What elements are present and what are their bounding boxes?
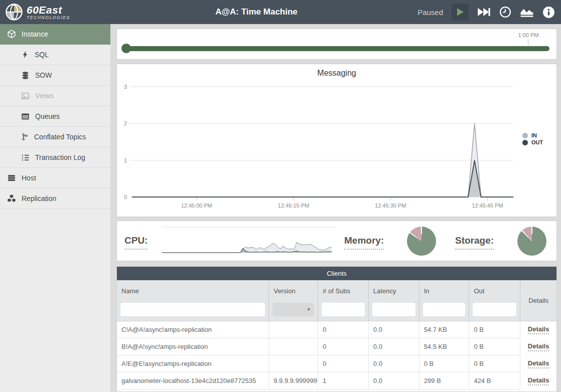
client-name-cell: C!A@A!async!amps-replication: [117, 321, 269, 338]
playback-status: Paused: [417, 8, 443, 17]
sidebar-item-conflated-topics[interactable]: Conflated Topics: [0, 127, 110, 147]
brand-name: 60East: [27, 5, 70, 15]
client-subs-cell: 0: [318, 355, 369, 372]
details-link[interactable]: Details: [528, 359, 549, 368]
sidebar-item-queues[interactable]: Queues: [0, 106, 110, 127]
client-out-cell: 0 B: [469, 338, 520, 355]
info-button[interactable]: [542, 6, 555, 19]
svg-text:0: 0: [124, 194, 127, 200]
out-filter-input[interactable]: [473, 303, 516, 316]
sidebar-item-instance[interactable]: Instance: [0, 24, 110, 45]
timeline-tick-mark: [528, 40, 528, 46]
client-latency-cell: 0.0: [369, 321, 419, 338]
client-latency-cell: 0.0: [369, 372, 419, 389]
in-series-dot: [522, 133, 528, 138]
sidebar-item-label: Replication: [22, 194, 56, 203]
timeline-slider-handle[interactable]: [121, 44, 131, 53]
sidebar-item-sow[interactable]: SOW: [0, 65, 110, 86]
sidebar-item-transaction-log[interactable]: Transaction Log: [0, 147, 110, 168]
client-version-cell: [269, 321, 318, 338]
svg-text:1: 1: [124, 157, 127, 163]
column-header-version[interactable]: Version: [269, 280, 318, 301]
sidebar-nav: Instance SQL SOW Views Queues Conflated …: [0, 24, 110, 392]
sidebar-item-label: Views: [35, 92, 54, 100]
details-link[interactable]: Details: [528, 325, 549, 334]
client-details-cell: Details: [520, 338, 556, 355]
client-name-cell: B!A@A!sync!amps-replication: [117, 338, 269, 355]
skip-to-end-button[interactable]: [477, 7, 491, 17]
client-subs-cell: 0: [318, 321, 369, 338]
chevron-down-icon: ▼: [307, 307, 311, 312]
in-filter-input[interactable]: [423, 303, 466, 316]
version-filter-select[interactable]: ▼: [272, 303, 314, 316]
details-link[interactable]: Details: [528, 342, 549, 351]
timeline-time-label: 1:00 PM: [513, 32, 543, 38]
sidebar-item-host[interactable]: Host: [0, 168, 110, 188]
image-icon: [21, 92, 30, 100]
branch-icon: [21, 133, 29, 141]
table-icon: [21, 112, 30, 121]
subs-filter-input[interactable]: [322, 303, 365, 316]
charts-button[interactable]: [520, 7, 534, 18]
legend-entry-in: IN: [522, 132, 543, 139]
client-out-cell: 0 B: [469, 321, 520, 338]
page-title: A@A: Time Machine: [102, 7, 410, 17]
svg-text:12:45:00 PM: 12:45:00 PM: [181, 203, 212, 209]
sidebar-item-label: Instance: [22, 30, 48, 38]
client-subs-cell: 1: [318, 372, 369, 389]
memory-label: Memory:: [344, 235, 384, 250]
svg-text:12:45:45 PM: 12:45:45 PM: [472, 203, 503, 209]
bolt-icon: [21, 51, 29, 59]
messaging-legend: IN OUT: [522, 132, 543, 146]
column-header-subs[interactable]: # of Subs: [318, 280, 368, 301]
sidebar-item-label: Queues: [35, 112, 60, 120]
client-name-cell: A!E@E!async!amps-replication: [117, 355, 269, 372]
svg-text:3: 3: [124, 84, 127, 90]
top-bar: 60East TECHNOLOGIES A@A: Time Machine Pa…: [0, 0, 561, 24]
sidebar-item-replication[interactable]: Replication: [0, 188, 110, 209]
storage-pie-chart: [517, 227, 546, 256]
area-chart-icon: [520, 7, 534, 18]
client-details-cell: Details: [520, 355, 556, 372]
table-row: C!A@A!async!amps-replication 0 0.0 54.7 …: [117, 321, 556, 338]
column-header-out[interactable]: Out: [469, 280, 520, 301]
clock-icon: [499, 6, 511, 18]
sidebar-item-label: Transaction Log: [35, 153, 85, 161]
column-header-details: Details: [520, 280, 556, 321]
resources-panel: CPU: Memory: Storage:: [116, 221, 557, 261]
cube-icon: [7, 30, 16, 39]
cubes-icon: [7, 194, 16, 203]
name-filter-input[interactable]: [120, 303, 265, 316]
table-row: galvanometer-localhost-13e4c2d120e877253…: [117, 372, 556, 389]
sidebar-item-sql[interactable]: SQL: [0, 45, 110, 65]
column-header-in[interactable]: In: [419, 280, 469, 301]
storage-label: Storage:: [455, 235, 494, 250]
table-row: A!E@E!async!amps-replication 0 0.0 0 B 0…: [117, 355, 556, 372]
sidebar-item-views: Views: [0, 86, 110, 106]
clients-panel: Clients Name Version ▼ # of Subs Latency: [116, 266, 557, 392]
playback-controls: Paused: [410, 4, 561, 21]
column-header-name[interactable]: Name: [117, 280, 268, 301]
timeline-slider[interactable]: [124, 46, 549, 51]
sidebar-item-label: SOW: [35, 71, 52, 79]
client-latency-cell: 0.0: [369, 355, 419, 372]
client-in-cell: 299 B: [419, 372, 470, 389]
client-version-cell: 9.9.9.9.999999: [269, 372, 318, 389]
clients-table-title: Clients: [117, 267, 556, 280]
legend-label: IN: [531, 132, 537, 138]
svg-text:12:45:30 PM: 12:45:30 PM: [375, 203, 406, 209]
out-series-dot: [522, 140, 528, 145]
play-icon: [455, 7, 465, 17]
database-icon: [21, 71, 30, 80]
client-out-cell: 424 B: [469, 372, 520, 389]
legend-label: OUT: [531, 139, 543, 145]
play-button[interactable]: [452, 4, 469, 21]
latency-filter-input[interactable]: [372, 303, 415, 316]
time-machine-button[interactable]: [499, 6, 511, 18]
sidebar-item-label: SQL: [35, 51, 49, 59]
column-header-latency[interactable]: Latency: [369, 280, 419, 301]
globe-icon: [5, 3, 23, 21]
client-name-cell: galvanometer-localhost-13e4c2d120e877253…: [117, 372, 269, 389]
details-link[interactable]: Details: [528, 376, 549, 385]
client-version-cell: [269, 338, 318, 355]
